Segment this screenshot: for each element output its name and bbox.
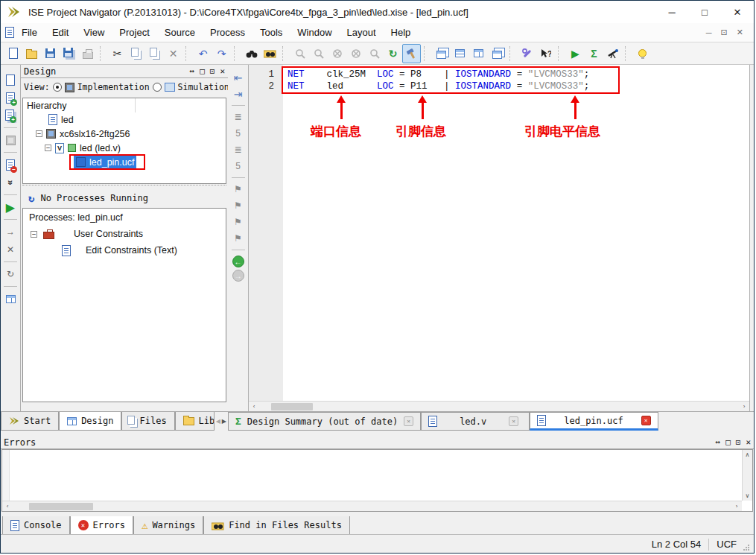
- view-column-button[interactable]: [1, 290, 19, 308]
- zoom-box-button[interactable]: [346, 44, 365, 63]
- rerun-process-button[interactable]: →: [1, 223, 19, 241]
- paste-button[interactable]: [145, 44, 164, 63]
- tab-libraries[interactable]: Lib: [175, 412, 215, 431]
- tree-item-module[interactable]: − V led (led.v): [23, 141, 226, 155]
- menu-edit[interactable]: Edit: [45, 23, 76, 42]
- simulation-radio[interactable]: [153, 83, 162, 92]
- scroll-down-arrow[interactable]: ∨: [743, 492, 753, 499]
- outdent-button[interactable]: ⇤: [229, 69, 247, 86]
- collapse-expander[interactable]: −: [45, 145, 51, 151]
- redo-button[interactable]: ↷: [212, 44, 231, 63]
- tree-item-device[interactable]: − xc6slx16-2ftg256: [23, 127, 226, 141]
- tab-design[interactable]: Design: [59, 412, 121, 431]
- restore-windows-button[interactable]: [488, 44, 506, 63]
- scroll-up-arrow[interactable]: ∧: [743, 451, 753, 458]
- tree-item-project[interactable]: led: [23, 112, 226, 127]
- line-numbers-button[interactable]: 5: [229, 125, 247, 142]
- panel-float-button[interactable]: ⊡: [210, 66, 215, 76]
- tile-vertical-button[interactable]: [469, 44, 488, 63]
- scroll-thumb[interactable]: [271, 403, 313, 410]
- tree-item-ucf[interactable]: led_pin.ucf: [23, 155, 226, 169]
- tips-button[interactable]: [633, 44, 652, 63]
- process-group-user-constraints[interactable]: − User Constraints: [23, 226, 226, 242]
- minimize-button[interactable]: ─: [655, 1, 688, 23]
- toggle-lines-button[interactable]: ≣: [229, 109, 247, 125]
- scroll-right-arrow[interactable]: ›: [739, 403, 749, 410]
- panel-splitter[interactable]: [22, 185, 226, 188]
- copy-button[interactable]: [127, 44, 145, 63]
- context-help-button[interactable]: ?: [536, 44, 555, 63]
- resize-grip[interactable]: [743, 544, 750, 551]
- collapse-expander[interactable]: −: [31, 231, 37, 238]
- find-button[interactable]: [242, 44, 261, 63]
- menu-tools[interactable]: Tools: [252, 23, 290, 42]
- indent-button[interactable]: ⇥: [229, 86, 247, 102]
- clear-bookmarks-button[interactable]: ⚑: [229, 230, 247, 247]
- panel-float-button[interactable]: ⊡: [736, 437, 741, 447]
- find-in-files-button[interactable]: [261, 44, 279, 63]
- tab-errors[interactable]: ✕ Errors: [70, 516, 133, 535]
- mdi-restore-button[interactable]: ⊡: [721, 28, 728, 37]
- zoom-out-button[interactable]: [309, 44, 328, 63]
- menu-source[interactable]: Source: [157, 23, 203, 42]
- menu-file[interactable]: File: [14, 23, 45, 42]
- save-button[interactable]: [41, 44, 60, 63]
- tab-find-in-files-results[interactable]: Find in Files Results: [203, 516, 350, 535]
- tab-console[interactable]: Console: [2, 516, 70, 535]
- tab-files[interactable]: Files: [121, 412, 174, 431]
- selected-tree-item[interactable]: led_pin.ucf: [74, 156, 136, 169]
- undo-button[interactable]: ↶: [194, 44, 212, 63]
- run-button[interactable]: ▶: [566, 44, 585, 63]
- collapse-all-button[interactable]: »: [1, 174, 19, 191]
- tab-scroll-next[interactable]: ▶: [222, 418, 226, 425]
- scroll-left-arrow[interactable]: ‹: [249, 403, 259, 410]
- remove-source-button[interactable]: −: [1, 156, 19, 174]
- menu-process[interactable]: Process: [203, 23, 252, 42]
- tab-warnings[interactable]: ⚠ Warnings: [133, 516, 203, 535]
- settings-button[interactable]: [518, 44, 536, 63]
- add-source-button[interactable]: +: [1, 89, 19, 107]
- menu-project[interactable]: Project: [112, 23, 156, 42]
- run-process-button[interactable]: ▶: [1, 198, 19, 216]
- panel-close-button[interactable]: ✕: [746, 437, 751, 447]
- close-tab-button[interactable]: ✕: [509, 416, 518, 426]
- maximize-button[interactable]: □: [688, 1, 721, 23]
- panel-resize-button[interactable]: ↔: [716, 437, 721, 447]
- implementation-radio[interactable]: [53, 83, 62, 92]
- code-area[interactable]: NET clk_25M LOC = P8 | IOSTANDARD = "LVC…: [283, 65, 749, 401]
- bookmark-button[interactable]: ⚑: [229, 181, 247, 197]
- menu-view[interactable]: View: [76, 23, 112, 42]
- mdi-close-button[interactable]: ✕: [737, 28, 743, 37]
- add-copy-source-button[interactable]: +: [1, 107, 19, 124]
- panel-close-button[interactable]: ✕: [220, 66, 225, 76]
- toggle-lines2-button[interactable]: ≣: [229, 142, 247, 158]
- menu-help[interactable]: Help: [384, 23, 419, 42]
- new-source-button[interactable]: [1, 71, 19, 89]
- menu-layout[interactable]: Layout: [340, 23, 384, 42]
- next-bookmark-button[interactable]: ⚑: [229, 197, 247, 214]
- print-button[interactable]: [78, 44, 97, 63]
- delete-button[interactable]: ✕: [164, 44, 182, 63]
- tab-led-pin-ucf[interactable]: led_pin.ucf ✕: [530, 412, 658, 431]
- tab-design-summary[interactable]: Σ Design Summary (out of date) ✕: [228, 412, 421, 431]
- menu-window[interactable]: Window: [290, 23, 339, 42]
- save-all-button[interactable]: [60, 44, 78, 63]
- navigate-forward-button[interactable]: →: [232, 270, 244, 282]
- analyze-button[interactable]: [603, 44, 622, 63]
- close-button[interactable]: ✕: [721, 1, 754, 23]
- editor-hscrollbar[interactable]: ‹ ›: [249, 401, 749, 411]
- refresh-button[interactable]: ↻: [384, 44, 402, 63]
- stop-process-button[interactable]: ✕: [1, 241, 19, 259]
- scroll-right-arrow[interactable]: ›: [731, 503, 742, 510]
- prev-bookmark-button[interactable]: ⚑: [229, 214, 247, 230]
- mdi-minimize-button[interactable]: ─: [706, 28, 712, 37]
- process-item-edit-constraints[interactable]: Edit Constraints (Text): [23, 242, 226, 259]
- code-editor[interactable]: 1 2 NET clk_25M LOC = P8 | IOSTANDARD = …: [249, 65, 750, 411]
- close-tab-button[interactable]: ✕: [404, 416, 413, 426]
- panel-maximize-button[interactable]: □: [725, 437, 731, 447]
- scroll-left-arrow[interactable]: ‹: [2, 503, 13, 510]
- new-file-button[interactable]: [4, 44, 22, 63]
- tab-led-v[interactable]: led.v ✕: [421, 412, 530, 431]
- zoom-prev-button[interactable]: [365, 44, 384, 63]
- zoom-full-button[interactable]: [328, 44, 346, 63]
